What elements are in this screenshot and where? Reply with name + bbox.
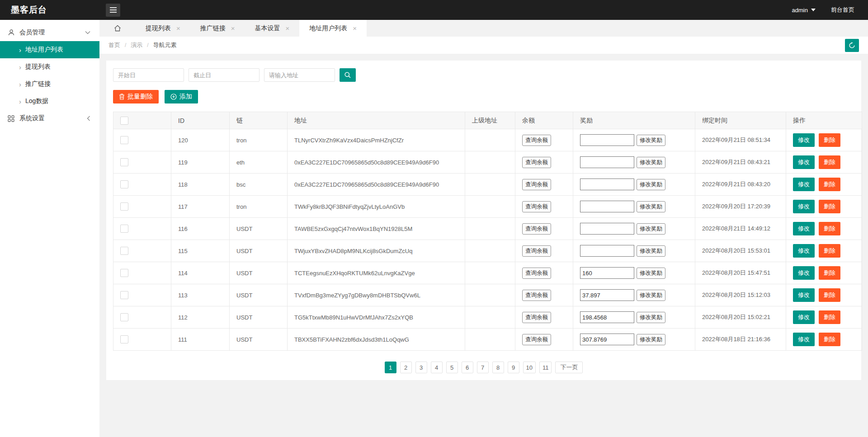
delete-button[interactable]: 删除	[819, 310, 840, 324]
row-checkbox[interactable]	[120, 136, 128, 144]
close-icon[interactable]: ×	[286, 24, 290, 32]
reward-input[interactable]	[580, 267, 634, 279]
start-date-input[interactable]	[113, 68, 184, 82]
close-icon[interactable]: ×	[353, 24, 357, 32]
edit-button[interactable]: 修改	[793, 133, 815, 147]
check-balance-button[interactable]: 查询余额	[522, 179, 551, 190]
sidebar-group-member-management[interactable]: 会员管理	[0, 24, 99, 41]
edit-button[interactable]: 修改	[793, 266, 815, 280]
row-checkbox[interactable]	[120, 158, 128, 166]
row-checkbox[interactable]	[120, 202, 128, 211]
check-balance-button[interactable]: 查询余额	[522, 135, 551, 146]
tab[interactable]: 地址用户列表 ×	[299, 20, 367, 37]
row-checkbox[interactable]	[120, 225, 128, 233]
delete-button[interactable]: 删除	[819, 178, 840, 191]
delete-button[interactable]: 删除	[819, 200, 840, 213]
admin-menu[interactable]: admin	[792, 7, 816, 14]
update-reward-button[interactable]: 修改奖励	[637, 268, 665, 279]
next-page-button[interactable]: 下一页	[555, 362, 583, 373]
update-reward-button[interactable]: 修改奖励	[637, 334, 665, 345]
reward-input[interactable]	[580, 245, 634, 257]
sidebar-item[interactable]: › Log数据	[0, 93, 99, 110]
row-checkbox[interactable]	[120, 335, 128, 343]
close-icon[interactable]: ×	[231, 24, 235, 32]
reward-input[interactable]	[580, 289, 634, 301]
check-balance-button[interactable]: 查询余额	[522, 157, 551, 168]
update-reward-button[interactable]: 修改奖励	[637, 290, 665, 301]
page-button[interactable]: 11	[539, 362, 552, 373]
front-home-link[interactable]: 前台首页	[831, 6, 854, 14]
sidebar-item[interactable]: › 地址用户列表	[0, 41, 99, 58]
page-button[interactable]: 8	[492, 362, 504, 373]
update-reward-button[interactable]: 修改奖励	[637, 157, 665, 168]
check-balance-button[interactable]: 查询余额	[522, 290, 551, 301]
row-checkbox[interactable]	[120, 313, 128, 321]
check-balance-button[interactable]: 查询余额	[522, 245, 551, 257]
batch-delete-button[interactable]: 批量删除	[113, 90, 159, 103]
reward-input[interactable]	[580, 311, 634, 323]
reward-input[interactable]	[580, 156, 634, 168]
add-button[interactable]: 添加	[165, 90, 198, 103]
tab[interactable]: 提现列表 ×	[136, 20, 190, 37]
delete-button[interactable]: 删除	[819, 244, 840, 258]
row-checkbox[interactable]	[120, 247, 128, 255]
refresh-button[interactable]	[845, 39, 859, 52]
page-button[interactable]: 2	[400, 362, 412, 373]
check-balance-button[interactable]: 查询余额	[522, 334, 551, 345]
reward-input[interactable]	[580, 179, 634, 190]
update-reward-button[interactable]: 修改奖励	[637, 312, 665, 323]
delete-button[interactable]: 删除	[819, 333, 840, 346]
delete-button[interactable]: 删除	[819, 133, 840, 147]
select-all-checkbox[interactable]	[120, 117, 128, 125]
reward-input[interactable]	[580, 134, 634, 146]
search-button[interactable]	[340, 68, 356, 82]
row-checkbox[interactable]	[120, 180, 128, 188]
close-icon[interactable]: ×	[176, 24, 180, 32]
delete-button[interactable]: 删除	[819, 155, 840, 169]
update-reward-button[interactable]: 修改奖励	[637, 245, 665, 257]
row-checkbox[interactable]	[120, 269, 128, 277]
tab-home[interactable]	[99, 20, 136, 37]
page-button[interactable]: 3	[415, 362, 427, 373]
page-button[interactable]: 7	[477, 362, 489, 373]
tab[interactable]: 基本设置 ×	[245, 20, 300, 37]
edit-button[interactable]: 修改	[793, 222, 815, 235]
check-balance-button[interactable]: 查询余额	[522, 268, 551, 279]
sidebar-item[interactable]: › 提现列表	[0, 58, 99, 75]
delete-button[interactable]: 删除	[819, 288, 840, 302]
row-checkbox[interactable]	[120, 291, 128, 299]
edit-button[interactable]: 修改	[793, 155, 815, 169]
edit-button[interactable]: 修改	[793, 178, 815, 191]
update-reward-button[interactable]: 修改奖励	[637, 179, 665, 190]
page-button[interactable]: 1	[385, 362, 396, 373]
breadcrumb-section[interactable]: 演示	[131, 41, 142, 49]
edit-button[interactable]: 修改	[793, 288, 815, 302]
reward-input[interactable]	[580, 201, 634, 212]
address-input[interactable]	[264, 68, 335, 82]
edit-button[interactable]: 修改	[793, 200, 815, 213]
sidebar-group-system-settings[interactable]: 系统设置	[0, 110, 99, 127]
tab[interactable]: 推广链接 ×	[190, 20, 245, 37]
sidebar-item[interactable]: › 推广链接	[0, 75, 99, 93]
reward-input[interactable]	[580, 223, 634, 235]
check-balance-button[interactable]: 查询余额	[522, 201, 551, 212]
breadcrumb-home[interactable]: 首页	[108, 41, 120, 49]
page-button[interactable]: 4	[431, 362, 443, 373]
edit-button[interactable]: 修改	[793, 310, 815, 324]
check-balance-button[interactable]: 查询余额	[522, 223, 551, 235]
page-button[interactable]: 6	[462, 362, 473, 373]
update-reward-button[interactable]: 修改奖励	[637, 135, 665, 146]
check-balance-button[interactable]: 查询余额	[522, 312, 551, 323]
page-button[interactable]: 5	[446, 362, 458, 373]
page-button[interactable]: 10	[523, 362, 536, 373]
page-button[interactable]: 9	[508, 362, 519, 373]
update-reward-button[interactable]: 修改奖励	[637, 223, 665, 235]
delete-button[interactable]: 删除	[819, 266, 840, 280]
edit-button[interactable]: 修改	[793, 333, 815, 346]
end-date-input[interactable]	[189, 68, 259, 82]
edit-button[interactable]: 修改	[793, 244, 815, 258]
hamburger-button[interactable]	[106, 4, 120, 17]
update-reward-button[interactable]: 修改奖励	[637, 201, 665, 212]
reward-input[interactable]	[580, 334, 634, 345]
delete-button[interactable]: 删除	[819, 222, 840, 235]
